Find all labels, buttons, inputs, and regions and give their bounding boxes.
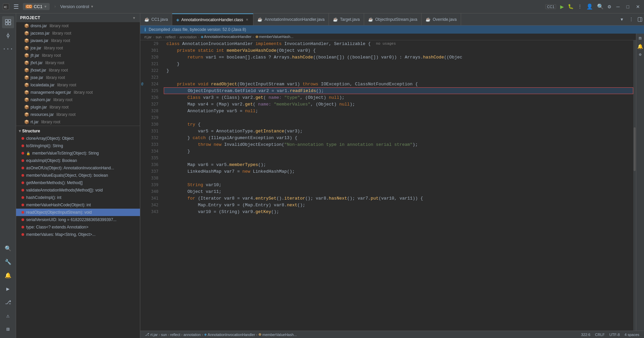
tree-item-jfr[interactable]: 📦 jfr.jar library root bbox=[16, 52, 140, 59]
tree-item-jsse[interactable]: 📦 jsse.jar library root bbox=[16, 74, 140, 81]
activity-search[interactable]: 🔍 bbox=[2, 243, 14, 255]
tree-item-jce[interactable]: 📦 jce.jar library root bbox=[16, 44, 140, 52]
code-editor[interactable]: rt.jar › sun › reflect › annotation › ◈A… bbox=[140, 34, 636, 331]
tab-overflow-button[interactable]: ▼ bbox=[617, 17, 627, 22]
activity-tools[interactable]: 🔧 bbox=[2, 256, 14, 268]
scrollbar-thumb[interactable] bbox=[634, 127, 636, 171]
struct-item-equalsImpl[interactable]: equalsImpl(Object): Boolean bbox=[16, 157, 140, 164]
status-vcs[interactable]: ⎇ rt.jar › sun › reflect › annotation › … bbox=[143, 332, 299, 337]
activity-project[interactable] bbox=[2, 16, 14, 28]
code-line-331: var5 = AnnotationType.getInstance(var3); bbox=[164, 128, 633, 134]
more-options[interactable]: ⋮ bbox=[578, 4, 582, 9]
code-line-29: class AnnotationInvocationHandler implem… bbox=[164, 40, 633, 47]
java-file-icon: ☕ bbox=[333, 17, 338, 22]
code-line-334: } bbox=[164, 148, 633, 155]
linenum-335: 335 bbox=[144, 155, 161, 161]
activity-terminal[interactable]: ⊞ bbox=[2, 323, 14, 335]
status-position[interactable]: 322:6 bbox=[579, 333, 593, 337]
info-text: Decompiled .class file, bytecode version… bbox=[149, 27, 246, 32]
jar-icon: 📦 bbox=[24, 105, 29, 110]
struct-item-type[interactable]: type: Class<? extends Annotation> bbox=[16, 223, 140, 231]
tree-item-mgmt-agent[interactable]: 📦 management-agent.jar library root bbox=[16, 89, 140, 96]
line-342: 342 bbox=[140, 202, 164, 208]
line-330: 330 bbox=[140, 121, 164, 128]
project-selector[interactable]: CC CC1 ▼ bbox=[23, 3, 50, 10]
status-encoding[interactable]: UTF-8 bbox=[607, 333, 622, 337]
status-indent[interactable]: 4 spaces bbox=[623, 333, 641, 337]
close-button[interactable]: ✕ bbox=[635, 4, 641, 9]
linenum-301: 301 bbox=[144, 47, 161, 54]
tree-item-jaccess[interactable]: 📦 jaccess.jar library root bbox=[16, 30, 140, 37]
line-335: 335 bbox=[140, 155, 164, 161]
status-right: 322:6 CRLF UTF-8 4 spaces bbox=[579, 333, 641, 337]
struct-item-memberValueEquals[interactable]: memberValueEquals(Object, Object): boole… bbox=[16, 172, 140, 179]
line-29: 29 bbox=[140, 40, 164, 47]
hamburger-menu[interactable]: ☰ bbox=[12, 3, 20, 10]
tree-item-jfxswt[interactable]: 📦 jfxswt.jar library root bbox=[16, 67, 140, 74]
maximize-button[interactable]: □ bbox=[625, 4, 631, 9]
jar-icon: 📦 bbox=[24, 90, 29, 95]
struct-item-cloneArray[interactable]: cloneArray(Object): Object bbox=[16, 135, 140, 142]
run-config[interactable]: CC1 bbox=[545, 4, 556, 9]
gutter-336 bbox=[140, 161, 144, 168]
structure-section-header[interactable]: ▾ Structure bbox=[16, 126, 140, 135]
code-line-339: String var10; bbox=[164, 181, 633, 188]
svg-point-6 bbox=[7, 35, 9, 37]
line-gutter: 29 301 320 321 bbox=[140, 40, 164, 331]
struct-item-validateAnnotation[interactable]: validateAnnotationMethods(Method[]): voi… bbox=[16, 186, 140, 194]
jar-icon: 📦 bbox=[24, 24, 29, 28]
struct-item-hashCodeImpl[interactable]: hashCodeImpl(): int bbox=[16, 194, 140, 201]
tab-target-java[interactable]: ☕ Target.java bbox=[329, 13, 364, 25]
tab-objectinputstream-java[interactable]: ☕ ObjectInputStream.java bbox=[364, 13, 422, 25]
tree-item-rt[interactable]: 📦 rt.jar library root bbox=[16, 118, 140, 126]
minimize-button[interactable]: ─ bbox=[615, 4, 621, 9]
tree-item-dnsns[interactable]: 📦 dnsns.jar library root bbox=[16, 22, 140, 30]
tab-actions-button[interactable]: ⋮ bbox=[627, 17, 636, 22]
version-control-label[interactable]: Version control ▼ bbox=[60, 4, 94, 9]
status-linesep[interactable]: CRLF bbox=[593, 333, 607, 337]
editor-main: rt.jar › sun › reflect › annotation › ◈A… bbox=[140, 34, 644, 331]
tree-item-plugin[interactable]: 📦 plugin.jar library root bbox=[16, 103, 140, 111]
activity-commit[interactable] bbox=[2, 30, 14, 42]
tree-item-javaws[interactable]: 📦 javaws.jar library root bbox=[16, 37, 140, 44]
activity-git[interactable]: ⎇ bbox=[2, 296, 14, 308]
linenum-341: 341 bbox=[144, 195, 161, 202]
svg-rect-3 bbox=[5, 23, 8, 25]
settings-icon[interactable]: ⚙ bbox=[608, 3, 611, 10]
tab-annotation-java[interactable]: ☕ AnnotationInvocationHandler.java bbox=[253, 13, 329, 25]
right-icon-bookmark[interactable]: m bbox=[637, 35, 644, 42]
user-icon[interactable]: 👤 bbox=[586, 3, 593, 10]
struct-item-asOneOfUs[interactable]: asOneOfUs(Object): AnnotationInvocationH… bbox=[16, 164, 140, 172]
debug-button[interactable]: 🐛 bbox=[568, 4, 574, 9]
struct-item-serialVersionUID[interactable]: serialVersionUID: long = 618202288365839… bbox=[16, 216, 140, 223]
struct-item-getMemberMethods[interactable]: getMemberMethods(): Method[] bbox=[16, 179, 140, 186]
struct-item-memberValues[interactable]: memberValues: Map<String, Object>... bbox=[16, 231, 140, 238]
code-lines[interactable]: class AnnotationInvocationHandler implem… bbox=[164, 40, 633, 331]
activity-problems[interactable]: ⚠ bbox=[2, 310, 14, 322]
tab-override-java[interactable]: ☕ Override.java bbox=[422, 13, 461, 25]
search-icon[interactable]: 🔍 bbox=[597, 3, 604, 10]
right-icon-settings[interactable]: ⚙ bbox=[637, 51, 644, 58]
struct-item-memberValueToString[interactable]: 🔒 memberValueToString(Object): String bbox=[16, 150, 140, 157]
struct-item-memberValueHashCode[interactable]: memberValueHashCode(Object): int bbox=[16, 201, 140, 209]
tree-item-localedata[interactable]: 📦 localedata.jar library root bbox=[16, 81, 140, 89]
right-icon-notification[interactable]: 🔔 bbox=[637, 43, 644, 50]
activity-run[interactable]: ▶ bbox=[2, 283, 14, 295]
activity-notifications[interactable]: 🔔 bbox=[2, 269, 14, 282]
project-dropdown[interactable]: ▼ bbox=[133, 16, 136, 20]
tree-item-nashorn[interactable]: 📦 nashorn.jar library root bbox=[16, 96, 140, 103]
tree-item-resources[interactable]: 📦 resources.jar library root bbox=[16, 111, 140, 118]
struct-item-readObject[interactable]: readObject(ObjectInputStream): void bbox=[16, 209, 140, 216]
vertical-scrollbar[interactable] bbox=[633, 40, 636, 331]
tab-cc1-java[interactable]: ☕ CC1.java bbox=[140, 13, 172, 25]
activity-more[interactable]: ··· bbox=[2, 43, 14, 55]
code-line-320: return var1 == boolean[].class ? Arrays.… bbox=[164, 54, 633, 60]
sidebar-toggle-right[interactable] bbox=[636, 17, 644, 22]
run-button[interactable]: ▶ bbox=[560, 3, 564, 10]
tab-close-button[interactable]: ✕ bbox=[245, 18, 249, 22]
tree-item-jfxrt[interactable]: 📦 jfxrt.jar library root bbox=[16, 59, 140, 67]
linenum-322: 322 bbox=[144, 67, 161, 74]
tab-annotation-class[interactable]: ◈ AnnotationInvocationHandler.class ✕ bbox=[172, 13, 253, 25]
struct-item-toStringImpl[interactable]: toStringImpl(): String bbox=[16, 142, 140, 150]
method-icon bbox=[21, 181, 24, 184]
